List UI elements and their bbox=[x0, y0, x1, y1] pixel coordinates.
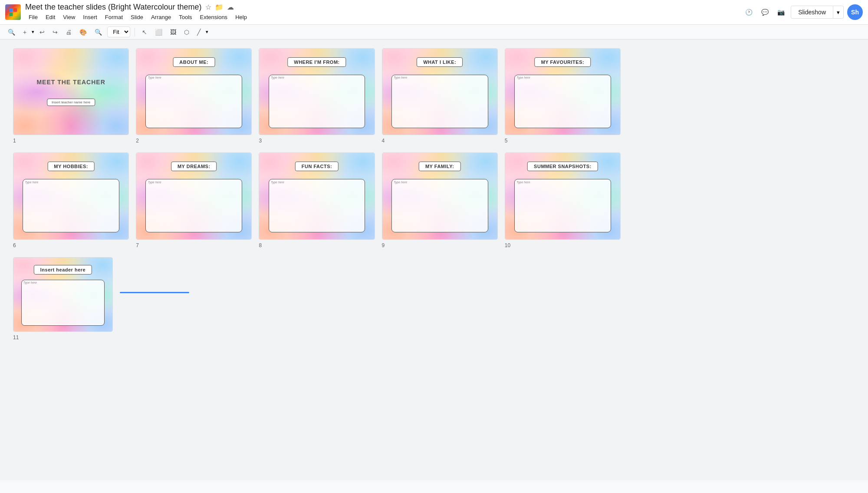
slide-2-content bbox=[145, 75, 242, 128]
undo-button[interactable]: ↩ bbox=[37, 27, 47, 37]
camera-button[interactable]: 📷 bbox=[775, 7, 787, 17]
menu-file[interactable]: File bbox=[25, 13, 41, 22]
zoom-level-button[interactable]: 🔍 bbox=[92, 27, 105, 37]
user-avatar[interactable]: Sh bbox=[847, 4, 863, 20]
menu-extensions[interactable]: Extensions bbox=[197, 13, 231, 22]
comment-button[interactable]: 💬 bbox=[759, 7, 771, 17]
slide-number-4: 4 bbox=[382, 138, 385, 144]
menu-view[interactable]: View bbox=[59, 13, 79, 22]
doc-title-row: Meet the teacher slides (Bright Watercol… bbox=[25, 3, 738, 12]
slide-2-header: ABOUT ME: bbox=[173, 57, 215, 67]
slide-wrapper-5: MY FAVOURITES: Type here 5 bbox=[505, 48, 621, 144]
slide-wrapper-11: Insert header here Type here 11 bbox=[13, 257, 113, 341]
slide-7[interactable]: MY DREAMS: Type here bbox=[136, 152, 252, 239]
svg-rect-3 bbox=[13, 13, 17, 16]
slide-11-header: Insert header here bbox=[34, 265, 92, 275]
zoom-dropdown-arrow[interactable]: ▾ bbox=[32, 29, 34, 35]
svg-rect-1 bbox=[13, 8, 17, 12]
folder-icon[interactable]: 📁 bbox=[215, 3, 224, 11]
slide-6-header: MY HOBBIES: bbox=[47, 162, 95, 171]
doc-title-text[interactable]: Meet the teacher slides (Bright Watercol… bbox=[25, 3, 202, 12]
toolbar: 🔍 + ▾ ↩ ↪ 🖨 🎨 🔍 Fit ↖ ⬜ 🖼 ⬡ ╱ ▾ bbox=[0, 25, 868, 40]
slide-4[interactable]: WHAT I LIKE: Type here bbox=[382, 48, 498, 135]
slide-9-typehere: Type here bbox=[394, 181, 407, 184]
shapes-button[interactable]: ⬜ bbox=[152, 27, 165, 37]
menu-format[interactable]: Format bbox=[102, 13, 126, 22]
slide-wrapper-8: FUN FACTS: Type here 8 bbox=[259, 152, 375, 248]
slide-8-header: FUN FACTS: bbox=[295, 162, 339, 171]
slide-wrapper-6: MY HOBBIES: Type here 6 bbox=[13, 152, 129, 248]
slide-9-content bbox=[391, 179, 488, 232]
slide-4-header: WHAT I LIKE: bbox=[417, 57, 463, 67]
slide-1[interactable]: MEET THE TEACHER Insert teacher name her… bbox=[13, 48, 129, 135]
slide-7-content bbox=[145, 179, 242, 232]
slide-10[interactable]: SUMMER SNAPSHOTS: Type here bbox=[505, 152, 621, 239]
slide-number-5: 5 bbox=[505, 138, 508, 144]
slide-10-content bbox=[514, 179, 611, 232]
slide-2-typehere: Type here bbox=[148, 76, 161, 79]
slide-wrapper-3: WHERE I'M FROM: Type here 3 bbox=[259, 48, 375, 144]
new-slide-line bbox=[120, 292, 189, 293]
slide-number-6: 6 bbox=[13, 242, 16, 248]
slide-6-typehere: Type here bbox=[25, 181, 39, 184]
menu-tools[interactable]: Tools bbox=[175, 13, 195, 22]
svg-rect-2 bbox=[9, 13, 13, 16]
slide-6[interactable]: MY HOBBIES: Type here bbox=[13, 152, 129, 239]
slide-wrapper-9: MY FAMILY: Type here 9 bbox=[382, 152, 498, 248]
app-logo[interactable] bbox=[5, 4, 21, 20]
slide-number-3: 3 bbox=[259, 138, 262, 144]
image-button[interactable]: 🖼 bbox=[168, 27, 179, 37]
menu-help[interactable]: Help bbox=[232, 13, 250, 22]
main-content: MEET THE TEACHER Insert teacher name her… bbox=[0, 40, 868, 480]
slide-8-content bbox=[269, 179, 365, 232]
slide-number-11: 11 bbox=[13, 334, 19, 341]
star-icon[interactable]: ☆ bbox=[205, 3, 211, 11]
slide-number-1: 1 bbox=[13, 138, 16, 144]
slide-3[interactable]: WHERE I'M FROM: Type here bbox=[259, 48, 375, 135]
slide-1-title: MEET THE TEACHER bbox=[36, 79, 105, 86]
slideshow-btn-group: Slideshow ▾ bbox=[791, 6, 844, 19]
line-dropdown[interactable]: ▾ bbox=[206, 29, 208, 35]
slide-number-10: 10 bbox=[505, 242, 510, 248]
menu-slide[interactable]: Slide bbox=[127, 13, 147, 22]
slide-8[interactable]: FUN FACTS: Type here bbox=[259, 152, 375, 239]
slide-9-header: MY FAMILY: bbox=[419, 162, 461, 171]
slide-10-typehere: Type here bbox=[516, 181, 530, 184]
redo-button[interactable]: ↪ bbox=[50, 27, 60, 37]
slideshow-dropdown-btn[interactable]: ▾ bbox=[833, 6, 844, 19]
menu-bar: File Edit View Insert Format Slide Arran… bbox=[25, 13, 738, 22]
menu-arrange[interactable]: Arrange bbox=[148, 13, 174, 22]
slide-3-content bbox=[269, 75, 365, 128]
slide-1-namebox: Insert teacher name here bbox=[47, 99, 95, 106]
slide-5-content bbox=[514, 75, 611, 128]
cloud-icon[interactable]: ☁ bbox=[227, 3, 234, 11]
paint-format-button[interactable]: 🎨 bbox=[77, 27, 89, 37]
slide-number-9: 9 bbox=[382, 242, 385, 248]
slide-11-content bbox=[21, 280, 105, 326]
shapes2-button[interactable]: ⬡ bbox=[181, 27, 192, 37]
line-button[interactable]: ╱ bbox=[194, 27, 203, 37]
search-button[interactable]: 🔍 bbox=[5, 27, 18, 37]
slide-10-header: SUMMER SNAPSHOTS: bbox=[527, 162, 598, 171]
slide-1-bg bbox=[13, 49, 128, 135]
zoom-select[interactable]: Fit bbox=[107, 26, 130, 37]
cursor-button[interactable]: ↖ bbox=[139, 27, 150, 37]
slide-9[interactable]: MY FAMILY: Type here bbox=[382, 152, 498, 239]
slide-5-typehere: Type here bbox=[516, 76, 530, 79]
slide-11-typehere: Type here bbox=[23, 281, 37, 284]
history-button[interactable]: 🕐 bbox=[743, 7, 755, 17]
slide-4-content bbox=[391, 75, 488, 128]
slide-11[interactable]: Insert header here Type here bbox=[13, 257, 113, 332]
slide-2[interactable]: ABOUT ME: Type here bbox=[136, 48, 252, 135]
slide-wrapper-4: WHAT I LIKE: Type here 4 bbox=[382, 48, 498, 144]
slide-5[interactable]: MY FAVOURITES: Type here bbox=[505, 48, 621, 135]
menu-edit[interactable]: Edit bbox=[42, 13, 59, 22]
slide-5-header: MY FAVOURITES: bbox=[535, 57, 591, 67]
toolbar-divider-1 bbox=[135, 28, 135, 36]
print-button[interactable]: 🖨 bbox=[63, 27, 74, 37]
slide-4-typehere: Type here bbox=[394, 76, 407, 79]
menu-insert[interactable]: Insert bbox=[79, 13, 101, 22]
zoom-in-button[interactable]: + bbox=[20, 27, 29, 37]
row-11: Insert header here Type here 11 bbox=[13, 257, 855, 341]
slideshow-button[interactable]: Slideshow bbox=[791, 6, 833, 19]
